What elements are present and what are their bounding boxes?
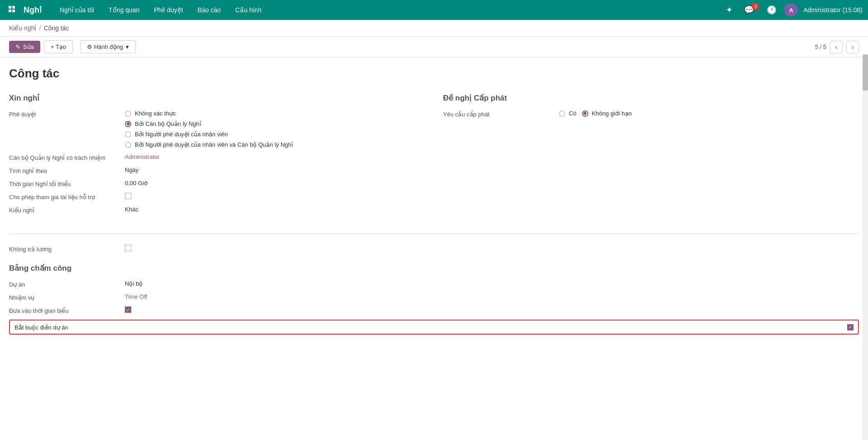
svg-rect-2 [9,10,11,12]
khong-tra-checkbox[interactable] [125,245,131,251]
breadcrumb: Kiểu nghỉ / Công tác [0,20,868,37]
thoi-gian-label: Thời gian Nghỉ tối thiểu [9,180,118,187]
thoi-gian-value: 0,00 Giờ [125,180,148,187]
cho-phep-label: Cho phép tham gia tài liệu hỗ trợ [9,193,118,201]
action-button[interactable]: ⚙ Hành động ▾ [80,40,136,53]
radio-option-3[interactable]: Bởi Người phê duyệt của nhân viên và Cán… [125,141,293,148]
breadcrumb-current: Công tác [43,24,69,32]
cho-phep-row: Cho phép tham gia tài liệu hỗ trợ [9,193,425,201]
radio-circle-1 [125,121,131,127]
can-bo-row: Cán bộ Quản lý Nghỉ có trách nhiệm Admin… [9,153,425,161]
navbar: Nghỉ Nghỉ của tôi Tổng quan Phê duyệt Bá… [0,0,868,20]
page-title: Công tác [9,67,859,81]
action-bar: ✎ Sửa + Tạo ⚙ Hành động ▾ 5 / 5 ‹ › [0,37,868,57]
radio-option-0[interactable]: Không xác thực [125,110,293,117]
radio-option-2[interactable]: Bởi Người phê duyệt của nhân viên [125,131,293,138]
de-nghi-title: Đề nghị Cấp phát [443,93,859,103]
khong-label: Không giới hạn [592,110,632,117]
xin-nghi-section: Xin nghỉ Phê duyệt Không xác thực Bởi Cá… [9,93,425,219]
tinh-nghi-value: Ngày [125,167,138,173]
tinh-nghi-label: Tính nghỉ theo [9,167,118,174]
radio-khong [582,110,588,117]
kieu-nghi-label: Kiểu nghỉ [9,206,118,214]
username[interactable]: Administrator (15.08) [803,6,863,14]
yeu-cau-co[interactable]: Có [559,110,577,117]
khong-tra-label: Không trả lương [9,245,118,253]
nhiem-vu-row: Nhiệm vụ Time Off [9,293,859,301]
yeu-cau-row: Yêu cầu cấp phát Có Không giới hạn [443,110,859,118]
nhiem-vu-value[interactable]: Time Off [125,293,147,300]
radio-option-1[interactable]: Bởi Cán bộ Quản lý Nghỉ [125,120,293,127]
main-content: Công tác Xin nghỉ Phê duyệt Không xác th… [0,57,868,440]
nav-config[interactable]: Cấu hình [228,0,269,20]
breadcrumb-parent[interactable]: Kiểu nghỉ [9,24,36,32]
bat-buoc-label: Bắt buộc điền dự án [14,323,123,331]
bang-cham-cong-section: Bảng chấm công Dự án Nội bộ Nhiệm vụ Tim… [9,263,859,335]
du-an-label: Dự án [9,280,118,288]
pencil-icon: ✎ [15,43,20,50]
phe-duyet-row: Phê duyệt Không xác thực Bởi Cán bộ Quản… [9,110,425,148]
khong-tra-row: Không trả lương [9,245,859,253]
yeu-cau-khong[interactable]: Không giới hạn [582,110,632,117]
radio-circle-3 [125,142,131,148]
yeu-cau-options: Có Không giới hạn [559,110,632,117]
star-icon[interactable]: ✦ [722,3,736,17]
bang-cham-cong-title: Bảng chấm công [9,263,859,273]
can-bo-value[interactable]: Administrator [125,153,160,160]
radio-circle-0 [125,110,131,117]
check-icon: ✓ [126,307,130,312]
can-bo-label: Cán bộ Quản lý Nghỉ có trách nhiệm [9,153,118,161]
message-badge: 3 [752,3,759,10]
xin-nghi-title: Xin nghỉ [9,93,425,103]
dua-vao-checkbox[interactable]: ✓ [125,306,131,313]
yeu-cau-label: Yêu cầu cấp phát [443,110,552,118]
nhiem-vu-label: Nhiệm vụ [9,293,118,301]
radio-label-0: Không xác thực [135,110,176,117]
radio-co [559,110,565,117]
svg-rect-3 [12,10,15,12]
du-an-value: Nội bộ [125,280,143,287]
pager-label: 5 / 5 [815,43,826,50]
check-icon-2: ✓ [849,325,852,330]
nav-approvals[interactable]: Phê duyệt [147,0,190,20]
du-an-row: Dự án Nội bộ [9,280,859,288]
tinh-nghi-row: Tính nghỉ theo Ngày [9,167,425,174]
scrollbar-thumb[interactable] [863,54,868,91]
app-brand: Nghỉ [24,5,42,15]
bat-buoc-checkbox[interactable]: ✓ [847,324,854,330]
chevron-left-icon: ‹ [835,43,838,51]
bat-buoc-row: Bắt buộc điền dự án ✓ [9,320,859,335]
cho-phep-checkbox[interactable] [125,193,131,199]
pager-prev-button[interactable]: ‹ [830,41,843,53]
radio-label-3: Bởi Người phê duyệt của nhân viên và Cán… [135,141,293,148]
two-col-layout: Xin nghỉ Phê duyệt Không xác thực Bởi Cá… [9,93,859,219]
clock-icon[interactable]: 🕐 [764,3,779,17]
radio-label-2: Bởi Người phê duyệt của nhân viên [135,131,228,138]
breadcrumb-separator: / [39,24,41,32]
apps-icon[interactable] [5,3,20,17]
avatar[interactable]: A [784,3,798,17]
chevron-down-icon: ▾ [126,43,129,50]
scrollbar-track[interactable] [863,54,868,440]
separator-1 [9,234,859,234]
pager-section: 5 / 5 ‹ › [815,41,859,53]
nav-overview[interactable]: Tổng quan [101,0,147,20]
thoi-gian-row: Thời gian Nghỉ tối thiểu 0,00 Giờ [9,180,425,187]
nav-reports[interactable]: Báo cáo [190,0,228,20]
dua-vao-row: Đưa vào thời gian biểu ✓ [9,306,859,314]
co-label: Có [569,110,577,117]
kieu-nghi-row: Kiểu nghỉ Khác [9,206,425,214]
chevron-right-icon: › [852,43,854,51]
nav-my-leaves[interactable]: Nghỉ của tôi [52,0,101,20]
svg-rect-1 [12,6,15,9]
pager-next-button[interactable]: › [846,41,859,53]
approval-radio-group: Không xác thực Bởi Cán bộ Quản lý Nghỉ B… [125,110,293,148]
dua-vao-label: Đưa vào thời gian biểu [9,306,118,314]
radio-circle-2 [125,131,131,138]
navbar-right: ✦ 💬 3 🕐 A Administrator (15.08) [722,3,863,17]
edit-button[interactable]: ✎ Sửa [9,41,40,53]
phe-duyet-label: Phê duyệt [9,110,118,118]
kieu-nghi-value: Khác [125,206,138,213]
radio-label-1: Bởi Cán bộ Quản lý Nghỉ [135,120,201,127]
create-button[interactable]: + Tạo [44,40,73,53]
